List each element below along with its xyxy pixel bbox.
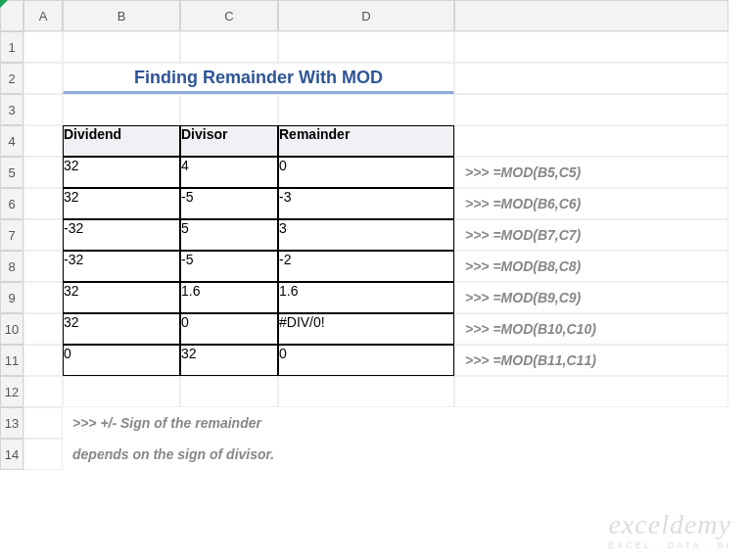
cell-D6[interactable]: -3 <box>278 188 454 219</box>
cell-C6[interactable]: -5 <box>180 188 278 219</box>
cell-A11[interactable] <box>23 345 63 376</box>
error-indicator-icon <box>0 0 8 8</box>
cell-D10[interactable]: #DIV/0! <box>278 313 454 345</box>
cell-A7[interactable] <box>23 219 63 251</box>
formula-8[interactable]: >>> =MOD(B8,C8) <box>454 251 728 282</box>
cell-A3[interactable] <box>23 94 63 125</box>
note-line-1[interactable]: >>> +/- Sign of the remainder <box>63 407 728 439</box>
row-header-11[interactable]: 11 <box>0 345 23 376</box>
col-header-D[interactable]: D <box>278 0 454 31</box>
row-header-12[interactable]: 12 <box>0 376 23 407</box>
cell-D10-value: #DIV/0! <box>279 314 325 330</box>
spreadsheet-grid: A B C D 1 2 Finding Remainder With MOD 3… <box>0 0 751 470</box>
row-header-9[interactable]: 9 <box>0 282 23 313</box>
row-header-10[interactable]: 10 <box>0 313 23 345</box>
cell-C1[interactable] <box>180 31 278 63</box>
cell-B10[interactable]: 32 <box>63 313 180 345</box>
row-header-5[interactable]: 5 <box>0 157 23 188</box>
cell-A6[interactable] <box>23 188 63 219</box>
watermark: exceldemy EXCEL · DATA · BI <box>608 509 731 550</box>
cell-C11[interactable]: 32 <box>180 345 278 376</box>
row-header-1[interactable]: 1 <box>0 31 23 63</box>
page-title[interactable]: Finding Remainder With MOD <box>63 63 454 94</box>
row-header-6[interactable]: 6 <box>0 188 23 219</box>
row-header-3[interactable]: 3 <box>0 94 23 125</box>
cell-D3[interactable] <box>278 94 454 125</box>
row-header-4[interactable]: 4 <box>0 125 23 157</box>
row-header-14[interactable]: 14 <box>0 439 23 470</box>
cell-C9[interactable]: 1.6 <box>180 282 278 313</box>
cell-E12[interactable] <box>454 376 728 407</box>
col-header-B[interactable]: B <box>63 0 180 31</box>
cell-D5[interactable]: 0 <box>278 157 454 188</box>
col-header-A[interactable]: A <box>23 0 63 31</box>
formula-7[interactable]: >>> =MOD(B7,C7) <box>454 219 728 251</box>
cell-D7[interactable]: 3 <box>278 219 454 251</box>
cell-C7[interactable]: 5 <box>180 219 278 251</box>
cell-A9[interactable] <box>23 282 63 313</box>
cell-A12[interactable] <box>23 376 63 407</box>
cell-A10[interactable] <box>23 313 63 345</box>
cell-D1[interactable] <box>278 31 454 63</box>
note-line-2[interactable]: depends on the sign of divisor. <box>63 439 728 470</box>
cell-B12[interactable] <box>63 376 180 407</box>
cell-A8[interactable] <box>23 251 63 282</box>
cell-B5[interactable]: 32 <box>63 157 180 188</box>
table-header-divisor[interactable]: Divisor <box>180 125 278 157</box>
cell-E4[interactable] <box>454 125 728 157</box>
row-header-8[interactable]: 8 <box>0 251 23 282</box>
cell-C3[interactable] <box>180 94 278 125</box>
cell-C5[interactable]: 4 <box>180 157 278 188</box>
formula-11[interactable]: >>> =MOD(B11,C11) <box>454 345 728 376</box>
row-header-7[interactable]: 7 <box>0 219 23 251</box>
cell-A14[interactable] <box>23 439 63 470</box>
cell-E1[interactable] <box>454 31 728 63</box>
row-header-13[interactable]: 13 <box>0 407 23 439</box>
cell-B1[interactable] <box>63 31 180 63</box>
cell-E2[interactable] <box>454 63 728 94</box>
cell-C12[interactable] <box>180 376 278 407</box>
cell-A1[interactable] <box>23 31 63 63</box>
row-header-2[interactable]: 2 <box>0 63 23 94</box>
cell-E3[interactable] <box>454 94 728 125</box>
cell-B8[interactable]: -32 <box>63 251 180 282</box>
cell-A4[interactable] <box>23 125 63 157</box>
cell-B6[interactable]: 32 <box>63 188 180 219</box>
cell-D8[interactable]: -2 <box>278 251 454 282</box>
cell-B7[interactable]: -32 <box>63 219 180 251</box>
cell-C8[interactable]: -5 <box>180 251 278 282</box>
cell-A2[interactable] <box>23 63 63 94</box>
formula-9[interactable]: >>> =MOD(B9,C9) <box>454 282 728 313</box>
watermark-tagline: EXCEL · DATA · BI <box>608 540 731 550</box>
cell-B11[interactable]: 0 <box>63 345 180 376</box>
cell-B3[interactable] <box>63 94 180 125</box>
cell-D12[interactable] <box>278 376 454 407</box>
table-header-remainder[interactable]: Remainder <box>278 125 454 157</box>
watermark-brand: exceldemy <box>608 509 731 540</box>
cell-D11[interactable]: 0 <box>278 345 454 376</box>
cell-D9[interactable]: 1.6 <box>278 282 454 313</box>
cell-A5[interactable] <box>23 157 63 188</box>
formula-5[interactable]: >>> =MOD(B5,C5) <box>454 157 728 188</box>
cell-A13[interactable] <box>23 407 63 439</box>
formula-10[interactable]: >>> =MOD(B10,C10) <box>454 313 728 345</box>
col-header-extra[interactable] <box>454 0 728 31</box>
col-header-C[interactable]: C <box>180 0 278 31</box>
formula-6[interactable]: >>> =MOD(B6,C6) <box>454 188 728 219</box>
cell-B9[interactable]: 32 <box>63 282 180 313</box>
cell-C10[interactable]: 0 <box>180 313 278 345</box>
table-header-dividend[interactable]: Dividend <box>63 125 180 157</box>
